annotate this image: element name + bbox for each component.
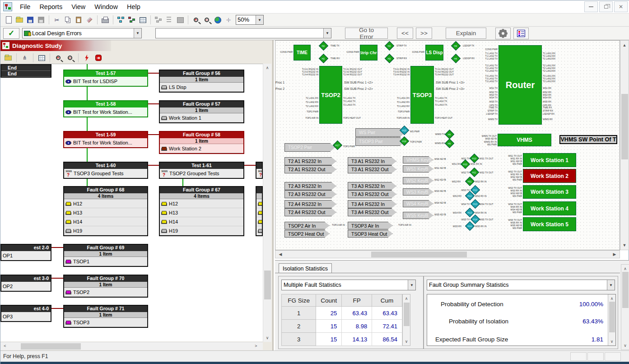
design-block-tsop3[interactable]: TSOP3 <box>410 66 434 124</box>
probe-icon[interactable]: ⋔ <box>19 53 31 63</box>
minimize-button[interactable] <box>584 1 598 12</box>
menu-file[interactable]: File <box>15 1 35 12</box>
testpoint-arrow-t3-a1-rs232-in[interactable]: T3 A1 RS232 In <box>348 157 396 165</box>
fg-size-cell[interactable]: 1 <box>282 307 316 320</box>
stats-scroll-down-icon[interactable]: ∨ <box>621 343 629 348</box>
design-block-tsop2[interactable]: TSOP2 <box>319 66 342 124</box>
table-scroll-down-icon[interactable]: ∨ <box>403 339 410 344</box>
diagnostic-tree-canvas[interactable]: Test 1-57BIT Test for LSDISPTest 1-58BIT… <box>0 64 263 341</box>
design-hscroll-thumb[interactable] <box>371 252 467 257</box>
design-scroll-right-icon[interactable]: ▶ <box>612 252 617 257</box>
fault-group-item[interactable]: H14 <box>64 217 147 226</box>
test-node[interactable]: Test 1-57BIT Test for LSDISP <box>63 70 148 87</box>
zoom-level-combo[interactable]: 50% ▼ <box>236 15 264 25</box>
table-vscrollbar[interactable]: ∧ ∨ <box>402 294 410 346</box>
error-list-combo[interactable]: ▼ <box>155 28 331 38</box>
fault-group-item[interactable]: H19 <box>160 226 243 235</box>
col-header-fp[interactable]: FP <box>342 294 372 307</box>
design-scroll-down-icon[interactable]: ▼ <box>620 243 629 247</box>
node-diamond-h10[interactable]: H10 <box>461 159 470 169</box>
node-diamond-h13[interactable]: H13 <box>471 199 480 209</box>
summary-vscrollbar[interactable]: ∧ ∨ <box>608 294 615 345</box>
testpoint-arrow-t2-a3-rs232-in[interactable]: T2 A3 RS232 In <box>284 182 336 190</box>
tree-scroll-right-icon[interactable]: > <box>253 344 259 348</box>
view-table-icon[interactable] <box>137 15 148 25</box>
node-diamond-h3[interactable]: H3 <box>385 54 394 63</box>
open-icon[interactable] <box>14 15 25 25</box>
fit-view-icon[interactable]: ✛ <box>223 15 234 25</box>
vhms-sw-point-label[interactable]: VHMS SW Point Of T <box>559 135 617 144</box>
col-header-cum[interactable]: Cum <box>372 294 402 307</box>
zoom-out-icon[interactable]: − <box>201 15 212 25</box>
zoom-in-icon[interactable]: + <box>191 15 201 25</box>
testpoint-arrow-tsop2-heat-out[interactable]: TSOP2 Heat Out <box>284 230 330 238</box>
fault-group-item[interactable]: H12 <box>160 199 243 208</box>
tree-hscroll-thumb[interactable] <box>21 343 81 350</box>
design-scroll-left-icon[interactable]: ◀ <box>278 252 283 257</box>
testpoint-arrow-ws4-keyb[interactable]: WS4 KeyB <box>403 200 433 207</box>
summary-scroll-down-icon[interactable]: ∨ <box>608 339 615 344</box>
test-node-clipped[interactable]: est 2-0OP1 <box>0 244 51 261</box>
testpoint-arrow-t2-a1-rs232-out[interactable]: T2 A1 RS232 Out <box>284 165 336 173</box>
node-diamond-h2[interactable]: H2 <box>319 41 328 51</box>
format-brush-icon[interactable] <box>84 15 95 25</box>
test-node-clipped[interactable]: est 4-0OP3 <box>0 305 51 322</box>
test-node[interactable]: Test 1-59BIT Test for Work Station... <box>63 131 148 148</box>
design-block-ls-disp[interactable]: LS Disp <box>425 45 443 61</box>
stats-vscroll-thumb[interactable] <box>622 272 629 308</box>
fault-group-item[interactable] <box>256 208 262 217</box>
node-diamond-h14[interactable]: H14 <box>471 215 480 224</box>
fault-group-item[interactable]: TSOP1 <box>64 257 147 266</box>
testpoint-arrow-t2-a3-rs232-out[interactable]: T2 A3 RS232 Out <box>284 190 336 198</box>
summary-dropdown-icon[interactable]: ▼ <box>607 280 615 290</box>
node-diamond-h4[interactable]: H4 <box>451 41 461 51</box>
testpoint-arrow-t3-a4-rs232-in[interactable]: T3 A4 RS232 In <box>348 200 396 208</box>
copy-icon[interactable] <box>62 15 73 25</box>
value-cell[interactable]: 15 <box>316 333 342 346</box>
design-block-time[interactable]: TIME <box>294 45 311 61</box>
tree-scroll-left-icon[interactable]: < <box>2 344 8 348</box>
node-diamond-h2[interactable]: H2 <box>319 54 328 63</box>
design-block-work-station-3[interactable]: Work Station 3 <box>523 185 576 199</box>
col-header-count[interactable]: Count <box>316 294 342 307</box>
value-cell[interactable]: 63.43 <box>372 307 402 320</box>
error-list-dropdown-icon[interactable]: ▼ <box>323 28 331 38</box>
stats-scroll-up-icon[interactable]: ∧ <box>621 266 629 271</box>
testpoint-arrow-t3-a3-rs232-out[interactable]: T3 A3 RS232 Out <box>348 190 396 198</box>
settings-button[interactable] <box>495 28 511 39</box>
design-canvas[interactable]: TIMEStrip ChrtLS DispTSOP2TSOP3RouterVHM… <box>275 40 620 250</box>
testpoint-arrow-ws1-keyb[interactable]: WS1 KeyB <box>403 165 433 173</box>
globe-icon[interactable] <box>212 15 223 25</box>
cut-icon[interactable]: ✂ <box>51 15 62 25</box>
value-cell[interactable]: 25 <box>316 307 342 320</box>
menu-window[interactable]: Window <box>90 1 122 12</box>
node-diamond-h11[interactable]: H11 <box>470 168 479 177</box>
node-diamond-h10[interactable]: H10 <box>470 154 479 163</box>
view-tree-icon[interactable] <box>126 15 137 25</box>
value-cell[interactable]: 86.54 <box>372 333 402 346</box>
menu-view[interactable]: View <box>67 1 90 12</box>
design-hscrollbar[interactable]: ◀ ▶ <box>275 250 620 258</box>
new-icon[interactable] <box>3 15 14 25</box>
testpoint-arrow-ws2-keyb[interactable]: WS2 KeyB <box>403 177 433 184</box>
testpoint-arrow-t2-a4-rs232-in[interactable]: T2 A4 RS232 In <box>284 200 336 208</box>
summary-vscroll-thumb[interactable] <box>609 302 615 332</box>
node-diamond-h14[interactable]: H14 <box>465 221 475 231</box>
node-diamond-h9[interactable]: H9 <box>445 130 454 139</box>
check-design-button[interactable]: ✓ <box>3 28 19 39</box>
step-into-icon[interactable]: ➜ <box>93 53 104 63</box>
fault-group-item[interactable] <box>256 217 262 226</box>
design-vscrollbar[interactable]: ▲ ▼ <box>620 40 629 250</box>
testpoint-arrow-t3-a3-rs232-in[interactable]: T3 A3 RS232 In <box>348 182 396 190</box>
paste-icon[interactable] <box>73 15 84 25</box>
legend-button[interactable] <box>513 28 529 39</box>
testpoint-arrow-tsop3-heat-out[interactable]: TSOP3 Heat Out <box>348 230 393 238</box>
test-node-clipped[interactable]: est 3-0OP2 <box>0 275 51 292</box>
tree-zoom-out-icon[interactable]: − <box>64 53 76 63</box>
table-scroll-up-icon[interactable]: ∧ <box>403 296 410 301</box>
open-study-icon[interactable] <box>2 53 14 63</box>
fault-group-node[interactable] <box>256 186 263 236</box>
testpoint-arrow-t3-a1-rs232-out[interactable]: T3 A1 RS232 Out <box>348 165 396 173</box>
view-hierarchy-icon[interactable] <box>116 15 126 25</box>
test-node[interactable]: 10101? <box>256 162 263 179</box>
